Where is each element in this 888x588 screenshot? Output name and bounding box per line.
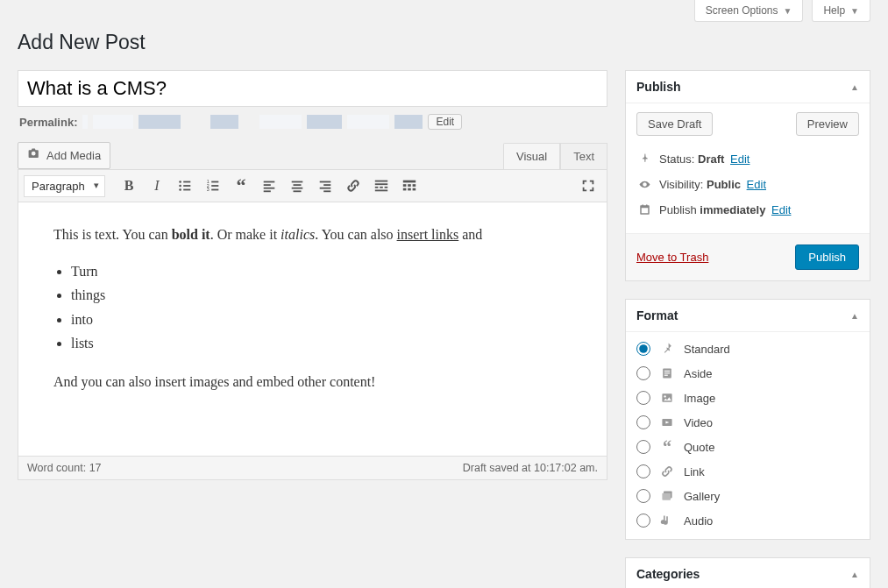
svg-point-0 bbox=[179, 181, 181, 183]
help-tab[interactable]: Help ▼ bbox=[812, 0, 870, 22]
read-more-button[interactable] bbox=[368, 174, 394, 198]
publish-time-edit-link[interactable]: Edit bbox=[771, 203, 791, 216]
add-media-button[interactable]: Add Media bbox=[18, 142, 110, 169]
list-item: lists bbox=[71, 332, 572, 355]
format-option-gallery[interactable]: Gallery bbox=[636, 488, 859, 504]
format-radio[interactable] bbox=[636, 366, 650, 380]
format-radio[interactable] bbox=[636, 391, 650, 405]
format-select[interactable]: Paragraph bbox=[24, 175, 105, 197]
publish-metabox: Publish ▲ Save Draft Preview Status: Dra… bbox=[625, 70, 870, 281]
format-label: Aside bbox=[684, 367, 713, 380]
eye-icon bbox=[636, 178, 652, 191]
move-to-trash-link[interactable]: Move to Trash bbox=[636, 251, 708, 264]
align-right-button[interactable] bbox=[312, 174, 338, 198]
bulleted-list-button[interactable] bbox=[172, 174, 198, 198]
post-title-input[interactable] bbox=[18, 70, 607, 107]
status-value: Draft bbox=[698, 152, 724, 166]
link-icon bbox=[659, 464, 675, 479]
align-center-button[interactable] bbox=[284, 174, 310, 198]
collapse-toggle[interactable]: ▲ bbox=[850, 570, 859, 579]
svg-rect-21 bbox=[323, 184, 330, 186]
svg-rect-23 bbox=[323, 190, 330, 192]
publish-heading: Publish bbox=[636, 80, 681, 94]
toolbar-toggle-button[interactable] bbox=[396, 174, 423, 198]
save-draft-button[interactable]: Save Draft bbox=[636, 112, 713, 136]
editor-content[interactable]: This is text. You can bold it. Or make i… bbox=[18, 202, 607, 457]
svg-rect-35 bbox=[408, 188, 411, 191]
categories-metabox: Categories ▲ bbox=[625, 557, 870, 588]
tab-visual[interactable]: Visual bbox=[503, 143, 560, 169]
svg-rect-15 bbox=[264, 190, 271, 192]
align-left-button[interactable] bbox=[256, 174, 282, 198]
visibility-label: Visibility: bbox=[659, 178, 703, 191]
svg-text:3: 3 bbox=[207, 187, 210, 192]
blockquote-button[interactable]: “ bbox=[228, 174, 254, 198]
format-radio[interactable] bbox=[636, 342, 650, 356]
content-link[interactable]: insert links bbox=[397, 227, 459, 242]
list-item: things bbox=[71, 284, 572, 307]
format-option-aside[interactable]: Aside bbox=[636, 365, 859, 381]
word-count-label: Word count: bbox=[27, 462, 89, 474]
svg-rect-17 bbox=[294, 184, 302, 186]
preview-button[interactable]: Preview bbox=[796, 112, 859, 136]
permalink-segment bbox=[139, 115, 181, 129]
svg-rect-40 bbox=[664, 375, 668, 376]
add-media-label: Add Media bbox=[46, 149, 101, 162]
bold-button[interactable]: B bbox=[116, 174, 142, 198]
screen-options-tab[interactable]: Screen Options ▼ bbox=[694, 0, 804, 22]
content-bold: bold it bbox=[172, 227, 210, 242]
collapse-toggle[interactable]: ▲ bbox=[850, 82, 859, 92]
numbered-list-button[interactable]: 123 bbox=[200, 174, 226, 198]
page-title: Add New Post bbox=[0, 22, 888, 70]
status-label: Status: bbox=[659, 152, 694, 166]
format-radio[interactable] bbox=[636, 415, 650, 429]
format-label: Gallery bbox=[684, 490, 720, 503]
chevron-down-icon: ▼ bbox=[784, 6, 792, 16]
content-text: . Or make it bbox=[210, 227, 281, 242]
format-option-video[interactable]: Video bbox=[636, 414, 859, 430]
svg-rect-12 bbox=[264, 181, 275, 183]
pin-icon bbox=[636, 152, 652, 166]
svg-rect-32 bbox=[408, 184, 411, 187]
svg-rect-3 bbox=[183, 185, 190, 187]
svg-point-2 bbox=[179, 185, 181, 188]
svg-rect-9 bbox=[211, 185, 218, 187]
publish-time-value: immediately bbox=[700, 203, 765, 216]
document-icon bbox=[659, 365, 675, 381]
tab-text[interactable]: Text bbox=[560, 143, 607, 169]
italic-button[interactable]: I bbox=[144, 174, 170, 198]
visibility-edit-link[interactable]: Edit bbox=[747, 178, 766, 191]
list-item: into bbox=[71, 308, 572, 331]
svg-rect-16 bbox=[292, 181, 303, 183]
permalink-segment bbox=[82, 115, 88, 129]
link-button[interactable] bbox=[340, 174, 366, 198]
svg-rect-29 bbox=[375, 190, 387, 192]
svg-rect-31 bbox=[403, 184, 407, 187]
format-label: Standard bbox=[684, 343, 730, 356]
permalink-row: Permalink: Edit bbox=[18, 107, 607, 142]
format-option-audio[interactable]: Audio bbox=[636, 513, 859, 528]
svg-rect-1 bbox=[183, 181, 190, 183]
svg-rect-34 bbox=[403, 188, 407, 191]
format-radio[interactable] bbox=[636, 514, 650, 528]
format-option-link[interactable]: Link bbox=[636, 464, 859, 479]
quote-icon: “ bbox=[659, 439, 675, 455]
permalink-edit-button[interactable]: Edit bbox=[428, 114, 462, 130]
format-option-standard[interactable]: Standard bbox=[636, 341, 859, 357]
permalink-segment bbox=[347, 115, 389, 129]
visibility-value: Public bbox=[707, 178, 741, 191]
format-option-quote[interactable]: “ Quote bbox=[636, 439, 859, 455]
content-text: and bbox=[458, 227, 482, 242]
format-radio[interactable] bbox=[636, 464, 650, 478]
content-italic: italics bbox=[281, 227, 315, 242]
fullscreen-button[interactable] bbox=[575, 174, 601, 198]
svg-rect-39 bbox=[664, 372, 670, 373]
status-edit-link[interactable]: Edit bbox=[730, 152, 749, 166]
help-label: Help bbox=[823, 4, 845, 17]
svg-rect-18 bbox=[292, 188, 303, 189]
format-option-image[interactable]: Image bbox=[636, 390, 859, 406]
publish-button[interactable]: Publish bbox=[795, 244, 859, 270]
format-radio[interactable] bbox=[636, 440, 650, 454]
format-radio[interactable] bbox=[636, 489, 650, 503]
collapse-toggle[interactable]: ▲ bbox=[850, 311, 859, 321]
